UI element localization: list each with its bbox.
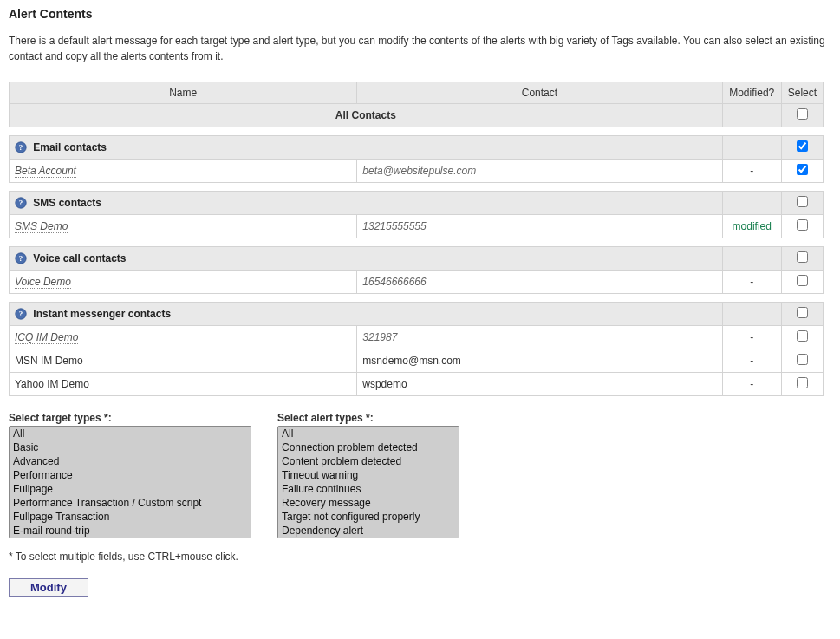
modified-link[interactable]: modified (733, 220, 772, 232)
section-modified-cell (722, 136, 781, 160)
footnote-text: * To select multiple fields, use CTRL+mo… (9, 551, 831, 563)
all-contacts-modified-cell (722, 104, 781, 127)
select-option[interactable]: E-mail round-trip (10, 524, 251, 538)
select-option[interactable]: Fullpage Transaction (10, 510, 251, 524)
section-header: ? SMS contacts (10, 192, 723, 215)
row-checkbox[interactable] (797, 377, 808, 388)
select-option[interactable]: Basic (10, 440, 251, 454)
contact-name[interactable]: Beta Account (15, 165, 76, 178)
contact-value: 16546666666 (362, 276, 426, 288)
alert-types-select[interactable]: AllConnection problem detectedContent pr… (277, 426, 459, 538)
contact-name: MSN IM Demo (15, 355, 83, 367)
help-icon[interactable]: ? (15, 252, 27, 264)
help-icon[interactable]: ? (15, 308, 27, 320)
section-header: ? Email contacts (10, 136, 723, 160)
select-option[interactable]: All (278, 427, 459, 440)
svg-text:?: ? (19, 199, 23, 208)
contact-name[interactable]: ICQ IM Demo (15, 331, 78, 344)
select-option[interactable]: Timeout warning (278, 468, 459, 482)
modified-indicator: - (750, 276, 753, 288)
select-option[interactable]: Dependency alert (278, 524, 459, 538)
contacts-table: Name Contact Modified? Select All Contac… (9, 82, 824, 396)
section-title-text: Instant messenger contacts (33, 308, 171, 320)
section-title-text: Email contacts (33, 141, 107, 153)
row-checkbox[interactable] (797, 219, 808, 231)
row-checkbox[interactable] (797, 164, 808, 175)
row-checkbox[interactable] (797, 354, 808, 365)
section-checkbox[interactable] (797, 196, 808, 207)
all-contacts-checkbox[interactable] (797, 108, 808, 120)
svg-text:?: ? (19, 144, 23, 153)
contact-value: beta@websitepulse.com (362, 165, 476, 177)
modify-button[interactable]: Modify (9, 578, 88, 597)
target-types-label: Select target types *: (9, 412, 251, 424)
select-option[interactable]: Connection problem detected (278, 440, 459, 454)
section-title-text: SMS contacts (33, 197, 101, 209)
contact-name[interactable]: Voice Demo (15, 276, 71, 289)
select-option[interactable]: Recovery message (278, 496, 459, 510)
svg-text:?: ? (19, 310, 23, 319)
help-icon[interactable]: ? (15, 141, 27, 153)
contact-value: wspdemo (362, 378, 407, 390)
section-checkbox[interactable] (797, 251, 808, 263)
help-icon[interactable]: ? (15, 197, 27, 209)
modified-indicator: - (750, 378, 753, 390)
select-option[interactable]: Failure continues (278, 482, 459, 496)
modified-indicator: - (750, 331, 753, 343)
select-option[interactable]: Content problem detected (278, 454, 459, 468)
contact-value: 321987 (362, 331, 397, 343)
row-checkbox[interactable] (797, 275, 808, 286)
select-option[interactable]: Fullpage (10, 482, 251, 496)
svg-text:?: ? (19, 255, 23, 264)
section-modified-cell (722, 192, 781, 215)
section-title-text: Voice call contacts (33, 252, 126, 264)
target-types-select[interactable]: AllBasicAdvancedPerformanceFullpagePerfo… (9, 426, 251, 538)
modified-indicator: - (750, 355, 753, 367)
section-header: ? Instant messenger contacts (10, 303, 723, 326)
modified-indicator: - (750, 165, 753, 177)
col-modified-header: Modified? (722, 82, 781, 104)
select-option[interactable]: Performance Transaction / Custom script (10, 496, 251, 510)
row-checkbox[interactable] (797, 330, 808, 342)
alert-types-label: Select alert types *: (277, 412, 459, 424)
page-title: Alert Contents (9, 7, 831, 21)
contact-name: Yahoo IM Demo (15, 378, 89, 390)
col-select-header: Select (781, 82, 823, 104)
section-header: ? Voice call contacts (10, 247, 723, 271)
section-modified-cell (722, 303, 781, 326)
section-modified-cell (722, 247, 781, 271)
select-option[interactable]: Target not configured properly (278, 510, 459, 524)
contact-name[interactable]: SMS Demo (15, 220, 68, 233)
all-contacts-header: All Contacts (10, 104, 723, 127)
section-checkbox[interactable] (797, 140, 808, 152)
select-option[interactable]: All (10, 427, 251, 440)
contact-value: 13215555555 (362, 220, 426, 232)
select-option[interactable]: Performance (10, 468, 251, 482)
select-option[interactable]: Advanced (10, 454, 251, 468)
col-contact-header: Contact (357, 82, 722, 104)
col-name-header: Name (10, 82, 357, 104)
intro-text: There is a default alert message for eac… (9, 33, 831, 64)
section-checkbox[interactable] (797, 307, 808, 318)
contact-value: msndemo@msn.com (362, 355, 461, 367)
